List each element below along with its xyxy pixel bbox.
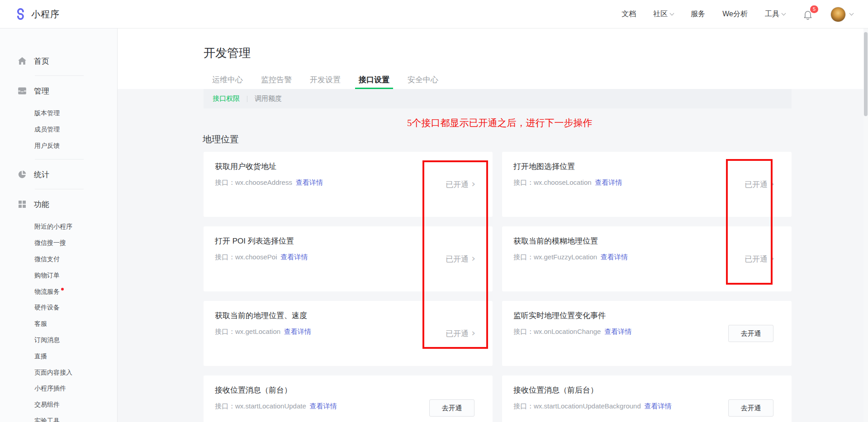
nav-item-label: 服务 — [691, 9, 705, 19]
activate-button[interactable]: 去开通 — [728, 325, 773, 342]
sidebar-section-header[interactable]: 首页 — [0, 52, 117, 70]
sidebar-item-label: 直播 — [34, 348, 47, 365]
nav-item-label: 社区 — [653, 9, 668, 19]
chevron-right-icon: › — [471, 179, 475, 189]
sidebar-section-label: 统计 — [34, 169, 49, 180]
activate-button[interactable]: 去开通 — [429, 399, 474, 417]
sidebar-item[interactable]: 订阅消息 — [0, 332, 117, 348]
sidebar-item[interactable]: 版本管理 — [0, 105, 117, 122]
sidebar-item[interactable]: 实验工具 — [0, 413, 117, 422]
sidebar-section-header[interactable]: 功能 — [0, 195, 117, 213]
main-tab[interactable]: 监控告警 — [261, 72, 292, 89]
sidebar-item-label: 微信支付 — [34, 251, 60, 267]
nav-menu-item[interactable]: 服务 — [691, 9, 705, 19]
chevron-down-icon — [849, 11, 854, 16]
app-title: 小程序 — [31, 8, 60, 20]
sidebar-section-header[interactable]: 统计 — [0, 165, 117, 183]
sidebar-section: 功能 附近的小程序 微信搜一搜 微信支付 购物订单 物流服务 硬件设备 客服 订… — [0, 195, 117, 422]
sidebar: 首页 管理 版本管理 成员管理 用户反馈 统计 功能 — [0, 28, 118, 422]
subtab-2[interactable]: 调用额度 — [255, 94, 282, 103]
view-details-link[interactable]: 查看详情 — [310, 402, 337, 410]
api-name: wx.chooseLocation — [534, 178, 592, 186]
main-tab[interactable]: 接口设置 — [359, 72, 389, 89]
notification-bell[interactable]: 5 — [802, 9, 813, 20]
sidebar-item[interactable]: 硬件设备 — [0, 300, 117, 316]
app-logo[interactable]: 小程序 — [14, 0, 60, 28]
account-menu[interactable] — [830, 7, 853, 22]
sidebar-section: 统计 — [0, 165, 117, 189]
view-details-link[interactable]: 查看详情 — [281, 253, 308, 261]
api-card: 接收位置消息（前后台） 接口：wx.startLocationUpdateBac… — [502, 375, 792, 422]
nav-item-label: 工具 — [765, 9, 779, 19]
status-opened[interactable]: 已开通 › — [446, 328, 475, 339]
view-details-link[interactable]: 查看详情 — [645, 402, 672, 410]
card-title: 打开地图选择位置 — [513, 161, 792, 172]
sidebar-item[interactable]: 交易组件 — [0, 397, 117, 413]
sidebar-item[interactable]: 直播 — [0, 348, 117, 365]
sidebar-item[interactable]: 小程序插件 — [0, 380, 117, 397]
api-card: 获取用户收货地址 接口：wx.chooseAddress查看详情 已开通 › — [204, 152, 493, 217]
grid-icon — [17, 199, 27, 209]
status-opened[interactable]: 已开通 › — [446, 179, 475, 190]
sidebar-item[interactable]: 用户反馈 — [0, 138, 117, 154]
api-label: 接口： — [215, 253, 235, 261]
nav-menu-item[interactable]: 社区 — [653, 9, 674, 19]
view-details-link[interactable]: 查看详情 — [595, 178, 622, 186]
sidebar-item-label: 附近的小程序 — [34, 219, 72, 235]
sidebar-item[interactable]: 微信支付 — [0, 251, 117, 267]
main-tab[interactable]: 安全中心 — [408, 72, 438, 89]
nav-menu-item[interactable]: 工具 — [765, 9, 785, 19]
sidebar-item-label: 物流服务 — [34, 284, 60, 300]
sidebar-sub-list: 附近的小程序 微信搜一搜 微信支付 购物订单 物流服务 硬件设备 客服 订阅消息… — [0, 219, 117, 422]
api-label: 接口： — [215, 328, 235, 335]
status-text: 已开通 — [446, 179, 469, 190]
api-label: 接口： — [513, 253, 534, 261]
miniprogram-logo-icon — [14, 8, 27, 20]
api-name: wx.getLocation — [235, 328, 280, 335]
status-opened[interactable]: 已开通 › — [446, 254, 475, 264]
sidebar-item[interactable]: 微信搜一搜 — [0, 235, 117, 251]
api-card-grid: 获取用户收货地址 接口：wx.chooseAddress查看详情 已开通 › 打… — [204, 152, 792, 422]
api-card: 打开 POI 列表选择位置 接口：wx.choosePoi查看详情 已开通 › — [204, 226, 493, 291]
main-tab[interactable]: 运维中心 — [212, 72, 243, 89]
activate-button[interactable]: 去开通 — [728, 399, 773, 417]
view-details-link[interactable]: 查看详情 — [296, 178, 323, 186]
sidebar-item[interactable]: 客服 — [0, 316, 117, 332]
subtab-strip: 接口权限调用额度 — [204, 89, 792, 108]
sidebar-item[interactable]: 附近的小程序 — [0, 219, 117, 235]
divider — [247, 96, 247, 102]
sidebar-item-label: 交易组件 — [34, 397, 60, 413]
avatar — [830, 7, 846, 22]
sidebar-item[interactable]: 成员管理 — [0, 122, 117, 138]
sidebar-item-label: 版本管理 — [34, 105, 60, 122]
sidebar-item[interactable]: 物流服务 — [0, 284, 117, 300]
sidebar-item[interactable]: 页面内容接入 — [0, 365, 117, 381]
status-text: 已开通 — [745, 254, 768, 264]
main-tab[interactable]: 开发设置 — [310, 72, 341, 89]
sidebar-section: 管理 版本管理 成员管理 用户反馈 — [0, 82, 117, 159]
section-title-geolocation: 地理位置 — [203, 133, 239, 145]
sidebar-item[interactable]: 购物订单 — [0, 267, 117, 284]
api-label: 接口： — [513, 402, 534, 410]
view-details-link[interactable]: 查看详情 — [284, 328, 311, 335]
status-opened[interactable]: 已开通 › — [745, 254, 774, 264]
card-title: 获取当前的模糊地理位置 — [513, 236, 792, 246]
api-name: wx.onLocationChange — [534, 328, 601, 335]
sidebar-item-label: 订阅消息 — [34, 332, 60, 348]
nav-menu-item[interactable]: 文档 — [621, 9, 636, 19]
api-name: wx.getFuzzyLocation — [534, 253, 597, 261]
view-details-link[interactable]: 查看详情 — [604, 328, 631, 335]
sidebar-section-header[interactable]: 管理 — [0, 82, 117, 100]
scrollbar-thumb[interactable] — [864, 32, 868, 116]
divider — [35, 159, 84, 159]
view-details-link[interactable]: 查看详情 — [601, 253, 628, 261]
subtab-1[interactable]: 接口权限 — [213, 94, 240, 103]
nav-menu-item[interactable]: We分析 — [722, 9, 748, 19]
status-opened[interactable]: 已开通 › — [745, 179, 774, 190]
card-title: 监听实时地理位置变化事件 — [513, 310, 792, 321]
status-text: 已开通 — [446, 254, 469, 264]
sidebar-item-label: 成员管理 — [34, 122, 60, 138]
nav-item-label: We分析 — [722, 9, 748, 19]
chevron-down-icon — [670, 11, 674, 16]
sidebar-item-label: 用户反馈 — [34, 138, 60, 154]
